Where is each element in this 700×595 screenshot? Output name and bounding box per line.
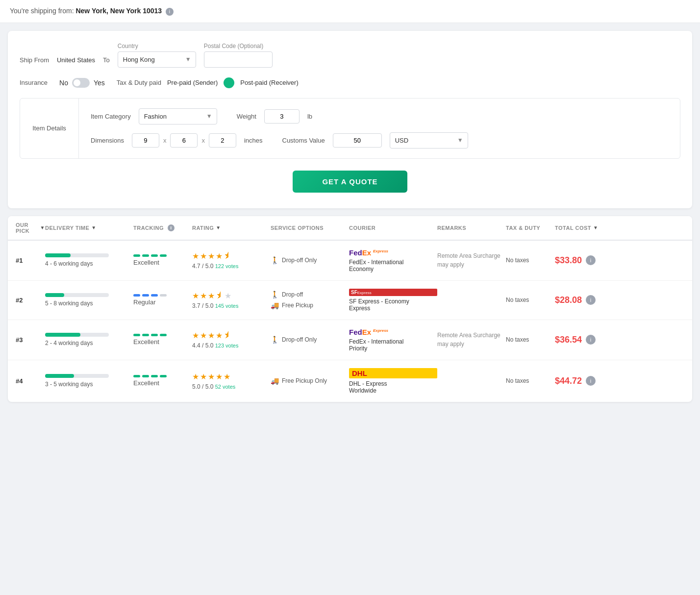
star: ★ xyxy=(192,291,199,300)
courier-name-3: FedEx - InternationalPriority xyxy=(349,338,437,352)
cost-info-button-1[interactable]: i xyxy=(586,255,596,265)
delivery-sort-icon: ▼ xyxy=(91,225,96,230)
cost-info-button-4[interactable]: i xyxy=(586,376,596,386)
table-row: #1 4 - 6 working days Excellent ★ ★ ★ ★ … xyxy=(8,241,692,281)
star: ★ xyxy=(208,251,215,261)
star: ★ xyxy=(192,331,199,340)
header-our-pick[interactable]: OUR PICK ▼ xyxy=(16,222,45,234)
tax-duty-label: Tax & Duty paid xyxy=(117,79,161,86)
stars-2: ★ ★ ★ ⯨ ★ xyxy=(192,291,271,300)
rating-text-2: 3.7 / 5.0 145 votes xyxy=(192,302,271,309)
delivery-text-3: 2 - 4 working days xyxy=(45,340,133,347)
service-item: 🚶 Drop-off Only xyxy=(271,256,349,264)
cost-amount-2: $28.08 xyxy=(555,295,582,305)
tracking-dot xyxy=(133,334,140,336)
star: ★ xyxy=(200,291,207,300)
cost-amount-3: $36.54 xyxy=(555,335,582,345)
tracking-label-2: Regular xyxy=(133,298,192,306)
cost-info-button-3[interactable]: i xyxy=(586,335,596,345)
customs-label: Customs Value xyxy=(282,137,325,144)
tracking-dot xyxy=(133,294,140,297)
customs-value-input[interactable] xyxy=(333,133,382,148)
tracking-info-icon[interactable]: i xyxy=(168,224,175,231)
currency-select[interactable]: USD EUR GBP xyxy=(390,132,468,149)
cost-amount-4: $44.72 xyxy=(555,376,582,386)
fedex-express-text: Express xyxy=(373,328,388,333)
service-label: Drop-off Only xyxy=(282,336,317,343)
delivery-bar-fill-2 xyxy=(45,293,64,297)
courier-col-3: FedEx Express FedEx - InternationalPrior… xyxy=(349,328,437,352)
tracking-dots-3 xyxy=(133,334,192,336)
tracking-label-4: Excellent xyxy=(133,379,192,387)
cost-col-2: $28.08 i xyxy=(555,295,624,305)
service-col-3: 🚶 Drop-off Only xyxy=(271,336,349,344)
header-delivery-time[interactable]: DELIVERY TIME ▼ xyxy=(45,225,133,231)
header-tracking[interactable]: TRACKING i xyxy=(133,224,192,231)
star: ★ xyxy=(216,251,223,261)
remarks-col-1: Remote Area Surcharge may apply xyxy=(437,251,506,269)
results-header: OUR PICK ▼ DELIVERY TIME ▼ TRACKING i RA… xyxy=(8,216,692,241)
star: ★ xyxy=(208,291,215,300)
cost-info-button-2[interactable]: i xyxy=(586,295,596,305)
tax-toggle-circle[interactable] xyxy=(224,77,234,88)
row-num-4: #4 xyxy=(16,377,45,385)
header-courier: COURIER xyxy=(349,225,437,231)
insurance-tax-row: Insurance No Yes Tax & Duty paid Pre-pai… xyxy=(20,77,680,88)
currency-select-wrap: USD EUR GBP ▼ xyxy=(390,132,468,149)
stars-4: ★ ★ ★ ★ ★ xyxy=(192,372,271,381)
tracking-dot xyxy=(151,334,158,336)
item-details-section: Item Details Item Category Fashion Elect… xyxy=(20,98,680,159)
cost-col-3: $36.54 i xyxy=(555,335,624,345)
row-num-3: #3 xyxy=(16,336,45,344)
dropoff-icon: 🚶 xyxy=(271,336,279,344)
tracking-dot xyxy=(133,375,140,377)
service-item: 🚚 Free Pickup xyxy=(271,301,349,309)
get-quote-button[interactable]: GET A QUOTE xyxy=(293,171,407,193)
main-form-card: Ship From United States To Country Hong … xyxy=(8,31,692,208)
delivery-text-2: 5 - 8 working days xyxy=(45,300,133,307)
delivery-col-4: 3 - 5 working days xyxy=(45,374,133,388)
location-info-icon[interactable]: i xyxy=(166,8,174,16)
tracking-col-3: Excellent xyxy=(133,334,192,346)
weight-input[interactable] xyxy=(264,109,300,124)
item-row-1: Item Category Fashion Electronics Docume… xyxy=(91,108,668,124)
delivery-col-3: 2 - 4 working days xyxy=(45,333,133,347)
service-label: Drop-off Only xyxy=(282,257,317,264)
header-rating[interactable]: RATING ▼ xyxy=(192,225,271,231)
star: ★ xyxy=(200,372,207,381)
header-total-cost[interactable]: TOTAL COST ▼ xyxy=(555,225,624,231)
category-select-wrap: Fashion Electronics Documents Gifts ▼ xyxy=(139,108,217,124)
tracking-label-1: Excellent xyxy=(133,259,192,266)
item-details-label: Item Details xyxy=(20,99,79,158)
country-select-wrap: Hong Kong Japan United Kingdom ▼ xyxy=(118,51,196,68)
dim-h-input[interactable] xyxy=(170,133,198,148)
dim-w-input[interactable] xyxy=(132,133,159,148)
delivery-bar-4 xyxy=(45,374,109,378)
tracking-dot xyxy=(142,375,149,377)
dhl-logo: DHL xyxy=(349,368,437,378)
delivery-bar-3 xyxy=(45,333,109,337)
country-select[interactable]: Hong Kong Japan United Kingdom xyxy=(118,51,196,68)
dim-sep-1: x xyxy=(163,137,167,144)
dim-sep-2: x xyxy=(201,137,205,144)
cost-col-4: $44.72 i xyxy=(555,376,624,386)
fedex-text: FedEx xyxy=(349,328,371,336)
votes-4: 52 votes xyxy=(215,384,236,390)
pickup-icon: 🚚 xyxy=(271,377,279,385)
courier-col-4: DHL DHL - ExpressWorldwide xyxy=(349,368,437,394)
tracking-dots-2 xyxy=(133,294,192,297)
insurance-toggle[interactable] xyxy=(72,78,90,88)
postal-input[interactable] xyxy=(204,51,273,68)
tracking-col-4: Excellent xyxy=(133,375,192,387)
delivery-col-2: 5 - 8 working days xyxy=(45,293,133,307)
dim-d-input[interactable] xyxy=(209,133,236,148)
dim-unit-label: inches xyxy=(244,137,263,144)
star: ★ xyxy=(208,331,215,340)
service-label: Free Pickup xyxy=(282,302,313,309)
post-paid-label: Post-paid (Receiver) xyxy=(240,79,299,86)
category-select[interactable]: Fashion Electronics Documents Gifts xyxy=(139,108,217,124)
tracking-dot xyxy=(151,254,158,257)
dropoff-icon: 🚶 xyxy=(271,256,279,264)
stars-1: ★ ★ ★ ★ ⯨ xyxy=(192,251,271,261)
shipping-from-label: You're shipping from: xyxy=(10,7,74,15)
